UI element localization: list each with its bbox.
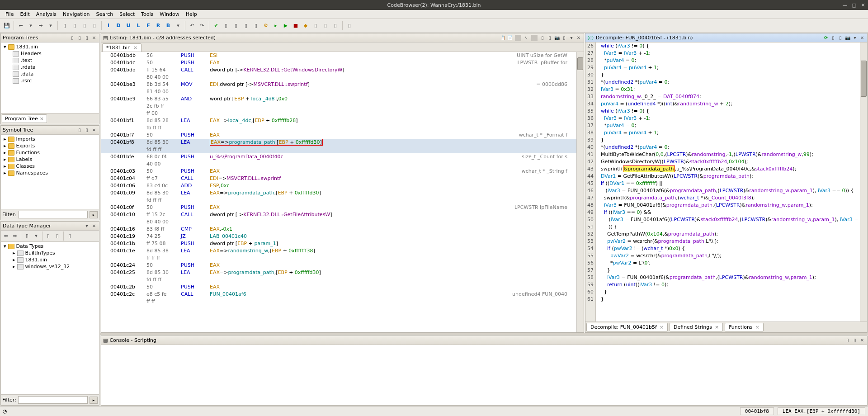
refresh-icon[interactable]: ⟳ — [823, 35, 829, 41]
decompile-line[interactable]: GetWindowsDirectoryW((LPWSTR)&stack0xfff… — [598, 158, 858, 165]
menu-navigation[interactable]: Navigation — [60, 10, 92, 18]
tool-icon[interactable]: ▯ — [76, 127, 83, 133]
decompile-line[interactable]: swprintf(&programdata_path,(wchar_t *)&_… — [598, 194, 858, 202]
symbol-folder[interactable]: ▸ Labels — [2, 156, 98, 163]
listing-line[interactable]: 00401be966 83 a5ANDword ptr [EBP + local… — [101, 95, 576, 103]
menu-window[interactable]: Window — [157, 10, 182, 18]
decompile-line[interactable]: randomstring_w._0_2_ = DAT_0040f874; — [598, 93, 858, 100]
menu-down-icon[interactable]: ▾ — [852, 35, 858, 41]
tool-icon[interactable]: ▯ — [830, 35, 836, 41]
decompile-line[interactable]: } — [598, 137, 858, 144]
close-icon[interactable]: ✕ — [859, 337, 865, 344]
letter-l-icon[interactable]: L — [134, 22, 142, 30]
tree-section[interactable]: .rsrc — [2, 77, 98, 84]
menu-select[interactable]: Select — [117, 10, 137, 18]
close-icon[interactable]: × — [715, 324, 719, 330]
close-icon[interactable]: ✕ — [91, 127, 97, 133]
snapshot-icon[interactable]: 📷 — [844, 35, 851, 41]
decompile-line[interactable]: iVar3 = iVar3 + -1; — [598, 50, 858, 57]
console-body[interactable] — [101, 345, 867, 405]
undo-icon[interactable]: ↶ — [188, 22, 196, 30]
tree-section[interactable]: .rdata — [2, 64, 98, 71]
decompile-line[interactable]: pwVar2 = wcsrchr(&programdata_path,L'\\'… — [598, 238, 858, 245]
tool-icon[interactable]: ▯ — [252, 22, 260, 30]
tool-icon[interactable]: ▯ — [66, 232, 74, 240]
fwd-icon[interactable]: ➡ — [11, 232, 19, 240]
tree-section[interactable]: Headers — [2, 50, 98, 57]
listing-line[interactable]: 00401c0f50PUSHEAXLPCWSTR lpFileName — [101, 204, 576, 211]
listing-line[interactable]: 00401c2450PUSHEAX — [101, 262, 576, 269]
decompile-tab[interactable]: Decompile: FUN_00401b5f× — [586, 323, 668, 331]
decompile-line[interactable]: if ((DVar1 == 0xffffffff) || — [598, 180, 858, 187]
tool-icon[interactable]: ▯ — [23, 232, 31, 240]
decompile-line[interactable]: pwVar2 = wcsrchr(&programdata_path,L'\\'… — [598, 252, 858, 260]
decompile-line[interactable]: } — [598, 71, 858, 79]
tool-icon[interactable]: ▯ — [242, 22, 250, 30]
decompile-line[interactable]: *pwVar2 = L'\0'; — [598, 260, 858, 267]
symbol-folder[interactable]: ▸ Functions — [2, 149, 98, 156]
listing-line[interactable]: 00401c1974 25JZLAB_00401c40 — [101, 233, 576, 240]
decompile-tab[interactable]: Defined Strings× — [670, 323, 723, 331]
menu-help[interactable]: Help — [183, 10, 200, 18]
back-menu-icon[interactable]: ▾ — [27, 22, 35, 30]
listing-line[interactable]: 00401c0350PUSHEAXwchar_t * _String f — [101, 168, 576, 175]
close-icon[interactable]: × — [133, 45, 137, 51]
decompile-line[interactable]: while (iVar3 != 0) { — [598, 43, 858, 50]
menu-tools[interactable]: Tools — [138, 10, 156, 18]
listing-line[interactable]: 00401bf750PUSHEAXwchar_t * _Format f — [101, 132, 576, 139]
filter-go-icon[interactable]: ▸ — [90, 397, 98, 404]
close-icon[interactable]: ✕ — [859, 35, 865, 41]
tool-icon[interactable]: ▯ — [80, 22, 89, 30]
decompile-line[interactable]: iVar3 = FUN_00401af6(&programdata_path,(… — [598, 202, 858, 209]
decompile-line[interactable]: puVar4 = puVar4 + 1; — [598, 64, 858, 71]
decompile-line[interactable]: GetTempPathW(0x104,&programdata_path); — [598, 231, 858, 238]
tool-icon[interactable]: ▯ — [321, 22, 330, 30]
menu-edit[interactable]: Edit — [17, 10, 32, 18]
listing-line[interactable]: 00401c0683 c4 0cADDESP,0xc — [101, 182, 576, 189]
listing-line[interactable]: 00401c04ff d7CALLEDI=>MSVCRT.DLL::swprin… — [101, 175, 576, 182]
decompile-line[interactable]: )) { — [598, 223, 858, 231]
save-icon[interactable]: 💾 — [3, 22, 11, 30]
letter-d-icon[interactable]: D — [114, 22, 123, 30]
minimize-icon[interactable]: — — [842, 2, 848, 8]
decompile-line[interactable]: return (uint)(iVar3 != 0); — [598, 281, 858, 288]
menu-file[interactable]: File — [3, 10, 16, 18]
symbol-folder[interactable]: ▸ Classes — [2, 163, 98, 170]
tree-section[interactable]: .data — [2, 71, 98, 77]
menu-search[interactable]: Search — [93, 10, 116, 18]
menu-down-icon[interactable]: ▾ — [174, 22, 182, 30]
listing-tab[interactable]: *1831.bin × — [102, 43, 142, 52]
listing-body[interactable]: 00401bdb56PUSHESIUINT uSize for GetW0040… — [101, 52, 576, 332]
listing-line[interactable]: ff 00 — [101, 110, 576, 117]
symbol-folder[interactable]: ▸ Exports — [2, 142, 98, 149]
tool-icon[interactable]: ▯ — [90, 22, 99, 30]
close-icon[interactable]: ✕ — [576, 35, 582, 41]
listing-line[interactable]: 00401bf88d 85 30LEAEAX=>programdata_path… — [101, 139, 576, 146]
decompile-line[interactable]: iVar3 = FUN_00401af6(&programdata_path,(… — [598, 274, 858, 281]
scrollbar[interactable] — [860, 43, 867, 321]
tool-icon[interactable]: ▯ — [561, 35, 567, 41]
decompile-line[interactable]: if ((iVar3 == 0) && — [598, 209, 858, 216]
listing-line[interactable]: 00401c258d 85 30LEAEAX=>programdata_path… — [101, 269, 576, 276]
listing-line[interactable]: 00401c10ff 15 2cCALLdword ptr [->KERNEL3… — [101, 211, 576, 218]
decompile-line[interactable]: *puVar4 = 0; — [598, 122, 858, 129]
tool-icon[interactable]: ▯ — [76, 35, 83, 41]
tool-icon[interactable]: ▯ — [852, 337, 858, 344]
dtm-item[interactable]: ▸ BuiltInTypes — [2, 250, 98, 256]
filter-input[interactable] — [18, 211, 88, 218]
dtm-item[interactable]: ▸ 1831.bin — [2, 256, 98, 263]
listing-line[interactable]: ff ff — [101, 298, 576, 305]
snapshot-icon[interactable]: 📷 — [554, 35, 560, 41]
listing-line[interactable]: 00401c2b50PUSHEAX — [101, 284, 576, 291]
decompile-line[interactable]: iVar3 = 0x31; — [598, 86, 858, 93]
decompile-line[interactable]: swprintf(&programdata_path,u_%s\ProgramD… — [598, 165, 858, 173]
back-icon[interactable]: ⬅ — [17, 22, 25, 30]
listing-line[interactable]: 00401bdb56PUSHESIUINT uSize for GetW — [101, 52, 576, 59]
decompile-line[interactable]: } — [598, 267, 858, 274]
dtm-root[interactable]: ▾ Data Types — [2, 243, 98, 250]
letter-b-icon[interactable]: B — [164, 22, 172, 30]
tool-icon[interactable]: ▯ — [222, 22, 230, 30]
paste-icon[interactable]: 📄 — [507, 35, 513, 41]
tool-icon[interactable]: ▯ — [232, 22, 240, 30]
diamond-icon[interactable]: ◆ — [302, 22, 310, 30]
